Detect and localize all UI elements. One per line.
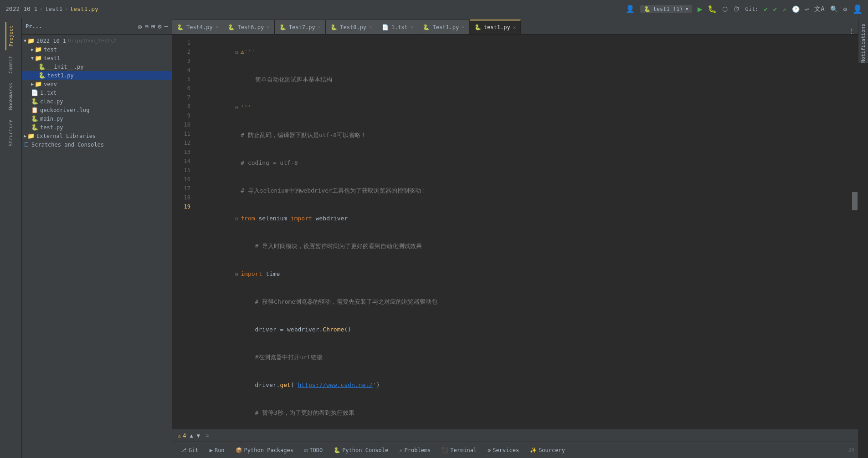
code-line-14: # 暂停3秒，为了更好的看到执行效果 [200,399,846,427]
run-bottom-icon: ▶ [210,447,213,453]
git-bottom-label: Git [189,447,199,453]
notifications-label[interactable]: Notifications [860,24,866,63]
code-line-1: ⊟⚠''' [200,38,846,66]
translate-icon[interactable]: 文A [814,5,824,13]
git-clock-icon[interactable]: 🕐 [792,5,800,13]
search-icon[interactable]: 🔍 [830,5,838,13]
scratches-icon: 🗒 [24,141,30,148]
run-button[interactable]: ▶ [698,4,703,14]
tab-test8[interactable]: 🐍 Test8.py ✕ [326,20,377,34]
right-panels: Notifications [858,18,868,458]
bottom-tab-sourcery[interactable]: ✨ Sourcery [525,445,570,455]
services-label: Services [493,447,519,453]
tab-test1py-upper[interactable]: 🐍 Test1.py ✕ [418,20,469,34]
tree-item-1txt[interactable]: 📄 1.txt [22,88,172,97]
fold-7[interactable]: ⊟ [235,214,241,224]
code-editor[interactable]: ⊟⚠''' 简单自动化测试脚本基本结构 ⊟''' # 防止乱码，编译器下默认是u… [194,35,852,429]
tab-test6-close[interactable]: ✕ [267,24,270,30]
profiler-icon[interactable]: ⏱ [733,5,740,13]
tab-test6-icon: 🐍 [228,24,235,31]
tab-test1py[interactable]: 🐍 test1.py ✕ [470,20,521,34]
fold-9[interactable]: ⊟ [235,270,241,279]
tab-test6[interactable]: 🐍 Test6.py ✕ [223,20,274,34]
tab-1txt-label: 1.txt [391,24,408,31]
warning-down-icon[interactable]: ▼ [197,433,200,439]
warning-up-icon[interactable]: ▲ [190,433,193,439]
sidebar-item-project[interactable]: Project [5,22,16,50]
tab-1txt-close[interactable]: ✕ [411,24,414,30]
test1-py-label: test1.py [47,72,74,79]
breadcrumb-folder[interactable]: test1 [45,5,62,12]
tree-item-venv[interactable]: ▶ 📁 venv [22,80,172,88]
init-py-icon: 🐍 [38,63,46,70]
git-check1-icon[interactable]: ✔ [764,5,767,13]
panel-title: Pr... [26,23,42,30]
bottom-tab-services[interactable]: ⚙ Services [483,445,524,455]
tab-test4-close[interactable]: ✕ [216,24,219,30]
bottom-tab-python-packages[interactable]: 📦 Python Packages [231,445,298,455]
undo-icon[interactable]: ↩ [805,5,809,13]
tree-item-scratches[interactable]: 🗒 Scratches and Consoles [22,140,172,149]
tab-test4[interactable]: 🐍 Test4.py ✕ [172,20,223,34]
tree-item-init[interactable]: 🐍 __init__.py [22,62,172,71]
terminal-icon: ⬛ [442,447,448,453]
bottom-tab-python-console[interactable]: 🐍 Python Console [329,445,393,455]
terminal-label: Terminal [450,447,477,453]
tab-test7-close[interactable]: ✕ [318,24,321,30]
bottom-tab-problems[interactable]: ⚠ Problems [395,445,435,455]
profile-icon[interactable]: 👤 [626,5,635,13]
notifications-panel: Notifications [858,18,868,63]
warning-count: ⚠ 4 [178,433,186,439]
txt-label: 1.txt [40,90,56,96]
tree-minimize-icon[interactable]: ─ [164,23,168,30]
python-packages-label: Python Packages [244,447,293,453]
git-check2-icon[interactable]: ✔ [773,5,777,13]
code-line-12: #在浏览器中打开url链接 [200,344,846,371]
collapse-all-icon[interactable]: ⊟ [144,23,148,30]
fold-1[interactable]: ⊟ [235,48,241,57]
sidebar-item-bookmarks[interactable]: Bookmarks [6,79,15,114]
tree-item-test[interactable]: ▶ 📁 test [22,45,172,54]
tree-settings-icon[interactable]: ⚙ [158,23,161,30]
expand-all-icon[interactable]: ⊞ [151,23,155,30]
bottom-tab-terminal[interactable]: ⬛ Terminal [437,445,481,455]
folder-icon: 📁 [27,37,35,44]
tab-test8-close[interactable]: ✕ [369,24,372,30]
tab-1txt[interactable]: 📄 1.txt ✕ [377,20,419,34]
tab-test1py-close[interactable]: ✕ [513,25,516,31]
git-arrow-icon[interactable]: ↗ [782,5,786,13]
tree-item-clac[interactable]: 🐍 clac.py [22,97,172,106]
bottom-tab-run[interactable]: ▶ Run [205,445,229,455]
editor-scrollbar-thumb[interactable] [852,192,858,210]
bottom-tab-todo[interactable]: ☑ TODO [300,445,327,455]
tab-test7[interactable]: 🐍 Test7.py ✕ [275,20,326,34]
locate-icon[interactable]: ◎ [138,23,142,30]
code-line-3: ⊟''' [200,94,846,122]
tab-test1py-upper-close[interactable]: ✕ [462,24,465,30]
settings-icon[interactable]: ⚙ [843,5,847,13]
tree-item-gecko[interactable]: 📋 geckodriver.log [22,106,172,114]
fold-3[interactable]: ⊟ [235,103,241,112]
line-numbers: 1 2 3 4 5 6 7 8 9 10 11 12 13 14 15 16 1… [172,35,194,429]
sidebar-item-structure[interactable]: Structure [6,116,15,150]
tree-item-main[interactable]: 🐍 main.py [22,114,172,123]
tab-test1py-upper-label: Test1.py [432,24,459,31]
avatar-icon[interactable]: 👤 [853,4,863,14]
gecko-icon: 📋 [31,107,38,113]
tab-overflow-menu[interactable]: ⋮ [845,27,858,34]
bottom-tab-git[interactable]: ⎇ Git [176,445,203,455]
tree-item-root[interactable]: ▼ 📁 2022_10_1 D:\python_test\2 [22,36,172,45]
right-gutter [852,35,858,429]
tree-item-test1-py[interactable]: 🐍 test1.py [22,71,172,80]
tree-item-extlibs[interactable]: ▶ 📁 External Libraries [22,132,172,140]
warning-more-icon[interactable]: ≡ [205,433,209,439]
breadcrumb-root[interactable]: 2022_10_1 [5,5,37,12]
debug-icon[interactable]: 🐛 [708,5,717,13]
tree-item-test-py[interactable]: 🐍 test.py [22,123,172,132]
breadcrumb-file[interactable]: test1.py [70,5,98,12]
sidebar-item-commit[interactable]: Commit [6,52,15,77]
tree-item-test1[interactable]: ▼ 📁 test1 [22,54,172,62]
coverage-icon[interactable]: ⬡ [722,5,728,13]
test-folder-label: test [44,46,57,53]
run-config[interactable]: 🐍 test1 (1) ▼ [640,5,692,13]
